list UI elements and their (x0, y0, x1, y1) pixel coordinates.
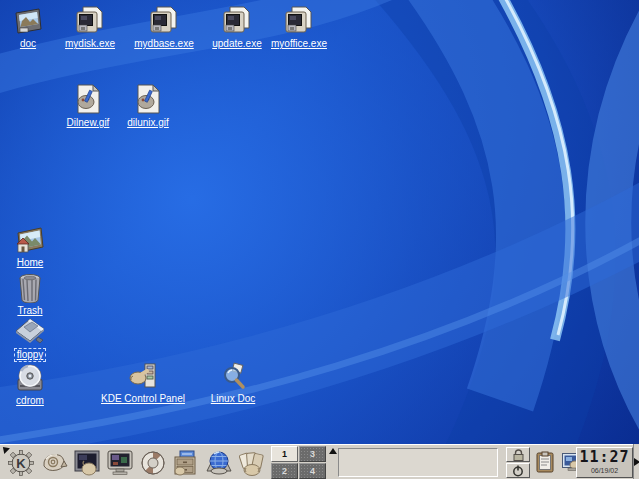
clock-applet[interactable]: 11:27 06/19/02 (576, 447, 633, 478)
desktop-pager: 1 3 2 4 (271, 446, 327, 479)
desktop-icon-gif2[interactable]: dilunix.gif (117, 84, 179, 129)
magnifier-doc-icon[interactable] (217, 360, 249, 392)
cards-icon (238, 449, 266, 477)
icon-label[interactable]: mydbase.exe (132, 38, 195, 50)
panel-hide-arrow-right[interactable] (633, 444, 639, 479)
control-panel-icon[interactable] (127, 360, 159, 392)
lock-screen-button[interactable] (506, 447, 530, 462)
k-menu-button[interactable]: K (5, 447, 36, 478)
icon-label[interactable]: Dilnew.gif (65, 117, 112, 129)
icon-label[interactable]: myoffice.exe (269, 38, 329, 50)
icon-label[interactable]: Linux Doc (209, 393, 257, 405)
desktop-icon-exe1[interactable]: mydisk.exe (60, 5, 120, 50)
home-folder-icon[interactable] (14, 224, 46, 256)
icon-label[interactable]: mydisk.exe (63, 38, 117, 50)
logout-button[interactable] (506, 463, 530, 478)
lock-icon (512, 449, 525, 461)
power-icon (512, 465, 524, 477)
desktop-icon-trash[interactable]: Trash (0, 272, 60, 317)
shell-launcher-button[interactable] (38, 447, 69, 478)
desktop-icon-linux-doc[interactable]: Linux Doc (202, 360, 264, 405)
taskbar-window-list (338, 448, 498, 477)
clock-time: 11:27 (577, 448, 632, 467)
pager-desktop-2[interactable]: 2 (271, 463, 298, 479)
web-browser-launcher-button[interactable] (203, 447, 234, 478)
file-cabinet-launcher-button[interactable] (170, 447, 201, 478)
shell-icon (40, 450, 68, 476)
desktop-icon-home[interactable]: Home (0, 224, 60, 269)
cards-launcher-button[interactable] (236, 447, 267, 478)
icon-label[interactable]: Home (15, 257, 46, 269)
icon-label[interactable]: doc (18, 38, 38, 50)
lock-logout-buttons (506, 447, 530, 478)
clock-date: 06/19/02 (577, 467, 632, 475)
terminal-icon (73, 449, 101, 477)
desktop-icon-gif1[interactable]: Dilnew.gif (57, 84, 119, 129)
desktop-icon-doc[interactable]: doc (0, 5, 56, 50)
kde-panel: K (0, 444, 639, 479)
display-launcher-button[interactable] (104, 447, 135, 478)
floppy-disk-icon[interactable] (14, 316, 46, 348)
icon-label[interactable]: update.exe (210, 38, 264, 50)
desktop-icon-control-panel[interactable]: KDE Control Panel (88, 360, 198, 405)
svg-text:K: K (16, 456, 26, 471)
executable-file-icon[interactable] (221, 5, 253, 37)
image-file-icon[interactable] (132, 84, 164, 116)
desktop-icon-exe4[interactable]: myoffice.exe (266, 5, 332, 50)
executable-file-icon[interactable] (283, 5, 315, 37)
tray-clipboard-button[interactable] (533, 450, 557, 474)
desktop-icon-exe3[interactable]: update.exe (207, 5, 267, 50)
help-launcher-button[interactable] (137, 447, 168, 478)
help-lifering-icon (139, 449, 167, 477)
k-menu-icon: K (7, 449, 35, 477)
trash-can-icon[interactable] (14, 272, 46, 304)
icon-label[interactable]: KDE Control Panel (99, 393, 187, 405)
file-cabinet-icon (172, 449, 200, 477)
icon-label[interactable]: dilunix.gif (125, 117, 171, 129)
display-icon (106, 449, 134, 477)
executable-file-icon[interactable] (74, 5, 106, 37)
desktop-wallpaper: doc mydisk.exe mydbase (0, 0, 639, 444)
photo-floppy-icon[interactable] (12, 5, 44, 37)
image-file-icon[interactable] (72, 84, 104, 116)
desktop-icon-floppy[interactable]: floppy (0, 316, 60, 361)
pager-desktop-1[interactable]: 1 (271, 446, 298, 462)
executable-file-icon[interactable] (148, 5, 180, 37)
clipboard-icon (535, 451, 555, 473)
pager-desktop-3[interactable]: 3 (299, 446, 326, 462)
icon-label[interactable]: floppy (15, 349, 46, 361)
taskbar-hide-arrow[interactable] (329, 448, 337, 454)
pager-desktop-4[interactable]: 4 (299, 463, 326, 479)
cdrom-disc-icon[interactable] (14, 362, 46, 394)
icon-label[interactable]: cdrom (14, 395, 46, 407)
terminal-launcher-button[interactable] (71, 447, 102, 478)
globe-icon (205, 449, 233, 477)
desktop-icon-exe2[interactable]: mydbase.exe (132, 5, 196, 50)
desktop-icon-cdrom[interactable]: cdrom (0, 362, 60, 407)
